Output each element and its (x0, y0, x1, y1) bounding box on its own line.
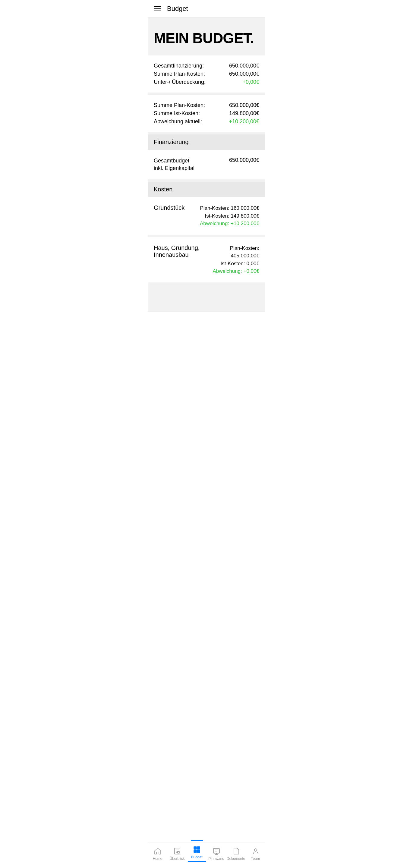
unter-ueber-value: +0,00€ (242, 79, 259, 85)
hero-section: MEIN BUDGET. (148, 18, 265, 56)
unter-ueber-label: Unter-/ Überdeckung: (154, 79, 206, 85)
kosten-ist-grundstueck: Ist-Kosten: 149.800,00€ (200, 212, 259, 220)
nav-item-home[interactable]: Home (148, 847, 167, 861)
kosten-row-grundstueck: Grundstück Plan-Kosten: 160.000,00€ Ist-… (154, 204, 259, 227)
kosten-ist-haus: Ist-Kosten: 0,00€ (203, 260, 259, 268)
kosten-item-haus: Haus, Gründung,Innenausbau Plan-Kosten: … (148, 237, 265, 282)
financing-label-line1: Gesamtbudget (154, 158, 189, 164)
svg-rect-4 (178, 851, 179, 853)
summe-plan-2-label: Summe Plan-Kosten: (154, 102, 205, 108)
summary-row-gesamtfinanzierung: Gesamtfinanzierung: 650.000,00€ (154, 63, 259, 69)
financing-section: Gesamtbudget inkl. Eigenkapital 650.000,… (148, 150, 265, 179)
summary-row-unter-ueber: Unter-/ Überdeckung: +0,00€ (154, 79, 259, 85)
svg-rect-5 (194, 846, 197, 849)
financing-row: Gesamtbudget inkl. Eigenkapital 650.000,… (154, 157, 259, 172)
summe-ist-value: 149.800,00€ (229, 110, 259, 117)
active-underline (188, 861, 206, 862)
kosten-header: Kosten (148, 182, 265, 197)
summary-row-summe-plan: Summe Plan-Kosten: 650.000,00€ (154, 71, 259, 77)
abweichung-value: +10.200,00€ (229, 119, 259, 125)
summe-plan-label: Summe Plan-Kosten: (154, 71, 205, 77)
financing-label-line2: inkl. Eigenkapital (154, 165, 195, 171)
nav-label-team: Team (251, 857, 260, 861)
main-content: MEIN BUDGET. Gesamtfinanzierung: 650.000… (148, 18, 265, 312)
summary-block-1: Gesamtfinanzierung: 650.000,00€ Summe Pl… (148, 56, 265, 93)
kosten-abw-grundstueck: Abweichung: +10.200,00€ (200, 220, 259, 227)
summe-plan-value: 650.000,00€ (229, 71, 259, 77)
nav-label-budget: Budget (191, 855, 202, 859)
svg-rect-6 (197, 846, 200, 849)
bottom-nav: Home Überblick Budget (148, 842, 265, 868)
kosten-plan-grundstueck: Plan-Kosten: 160.000,00€ (200, 204, 259, 212)
nav-item-pinnwand[interactable]: Pinnwand (206, 847, 226, 861)
kosten-name-haus: Haus, Gründung,Innenausbau (154, 244, 200, 258)
pinnwand-icon (212, 847, 221, 855)
nav-item-budget[interactable]: Budget (187, 845, 206, 862)
kosten-row-haus: Haus, Gründung,Innenausbau Plan-Kosten: … (154, 244, 259, 275)
summary-row-abweichung: Abweichung aktuell: +10.200,00€ (154, 119, 259, 125)
svg-rect-8 (197, 850, 200, 852)
budget-icon (193, 845, 201, 854)
hero-title: MEIN BUDGET. (154, 30, 259, 46)
summary-row-summe-plan-2: Summe Plan-Kosten: 650.000,00€ (154, 102, 259, 108)
financing-value: 650.000,00€ (229, 157, 259, 163)
summe-plan-2-value: 650.000,00€ (229, 102, 259, 108)
svg-rect-9 (213, 848, 219, 853)
kosten-plan-haus: Plan-Kosten: 405.000,00€ (203, 244, 259, 260)
svg-point-14 (255, 849, 257, 851)
nav-item-dokumente[interactable]: Dokumente (226, 847, 246, 861)
gesamtfinanzierung-value: 650.000,00€ (229, 63, 259, 69)
nav-label-home: Home (152, 857, 162, 861)
nav-label-ueberblick: Überblick (170, 857, 184, 861)
nav-item-team[interactable]: Team (246, 847, 265, 861)
menu-button[interactable] (154, 6, 161, 11)
abweichung-label: Abweichung aktuell: (154, 119, 202, 125)
finanzierung-header: Finanzierung (148, 134, 265, 150)
ueberblick-icon (173, 847, 181, 855)
nav-label-pinnwand: Pinnwand (208, 857, 224, 861)
home-icon (153, 847, 162, 855)
kosten-name-grundstueck: Grundstück (154, 204, 184, 211)
summary-block-2: Summe Plan-Kosten: 650.000,00€ Summe Ist… (148, 95, 265, 132)
kosten-details-grundstueck: Plan-Kosten: 160.000,00€ Ist-Kosten: 149… (200, 204, 259, 227)
top-bar: Budget (148, 0, 265, 18)
page-title: Budget (167, 5, 188, 13)
svg-rect-7 (194, 850, 197, 852)
nav-label-dokumente: Dokumente (227, 857, 245, 861)
gesamtfinanzierung-label: Gesamtfinanzierung: (154, 63, 204, 69)
nav-item-ueberblick[interactable]: Überblick (167, 847, 187, 861)
financing-label: Gesamtbudget inkl. Eigenkapital (154, 157, 195, 172)
team-icon (252, 847, 260, 855)
summary-row-summe-ist: Summe Ist-Kosten: 149.800,00€ (154, 110, 259, 117)
kosten-details-haus: Plan-Kosten: 405.000,00€ Ist-Kosten: 0,0… (203, 244, 259, 275)
summe-ist-label: Summe Ist-Kosten: (154, 110, 200, 117)
kosten-abw-haus: Abweichung: +0,00€ (203, 267, 259, 275)
dokumente-icon (232, 847, 240, 855)
kosten-item-grundstueck: Grundstück Plan-Kosten: 160.000,00€ Ist-… (148, 197, 265, 235)
